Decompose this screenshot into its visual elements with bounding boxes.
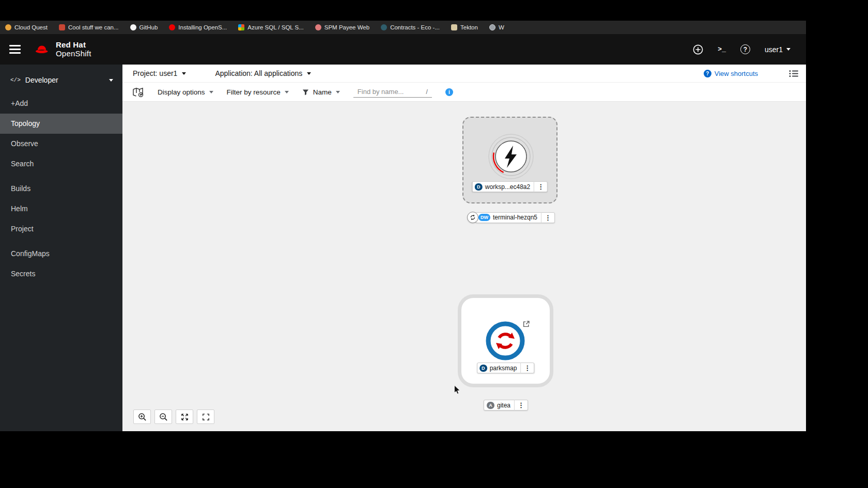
find-by-name-field: /: [353, 86, 432, 98]
workspace-node-name: worksp...ec48a2: [485, 183, 530, 191]
display-options-dropdown[interactable]: Display options: [158, 88, 213, 96]
web-terminal-icon[interactable]: >_: [718, 45, 726, 53]
brand-logo[interactable]: Red Hat OpenShift: [33, 41, 91, 58]
sidebar-item-secrets[interactable]: Secrets: [0, 264, 122, 284]
bookmark-installing-openshift[interactable]: Installing OpenS...: [169, 24, 227, 30]
sidebar-item-builds[interactable]: Builds: [0, 179, 122, 199]
sidebar-item-search[interactable]: Search: [0, 154, 122, 174]
bookmark-cloud-quest[interactable]: Cloud Quest: [5, 24, 48, 30]
zoom-out-icon: [159, 413, 168, 421]
sidebar-nav: </> Developer +Add Topology Observe Sear…: [0, 65, 122, 431]
mouse-cursor: [454, 385, 461, 397]
sidebar-item-topology[interactable]: Topology: [0, 114, 122, 134]
chevron-down-icon: [307, 72, 311, 75]
chevron-down-icon: [285, 91, 289, 93]
workspace-node-label-pill[interactable]: D worksp...ec48a2 ⋮: [472, 181, 548, 192]
terminal-workspace-pill[interactable]: DW terminal-hezqn5 ⋮: [467, 212, 555, 223]
sidebar-item-configmaps[interactable]: ConfigMaps: [0, 244, 122, 264]
workspace-node[interactable]: D worksp...ec48a2 ⋮: [462, 117, 557, 203]
sync-decorator-icon[interactable]: [467, 212, 478, 223]
parksmap-node-name: parksmap: [490, 365, 517, 372]
fullscreen-button[interactable]: [197, 410, 214, 424]
project-selector[interactable]: Project: user1: [133, 69, 186, 77]
kebab-menu-icon[interactable]: ⋮: [541, 212, 554, 223]
kebab-menu-icon[interactable]: ⋮: [520, 363, 534, 373]
chevron-down-icon: [109, 79, 113, 82]
view-shortcuts-label: View shortcuts: [715, 70, 758, 77]
folder-favicon: [59, 24, 65, 30]
bookmark-label: GitHub: [140, 24, 158, 30]
perspective-switcher[interactable]: </> Developer: [0, 71, 122, 89]
zoom-out-button[interactable]: [154, 410, 172, 424]
application-badge: A: [487, 402, 494, 409]
bookmark-azure-sql[interactable]: Azure SQL / SQL S...: [238, 24, 303, 30]
kebab-menu-icon[interactable]: ⋮: [534, 181, 547, 192]
brand-line1: Red Hat: [56, 41, 91, 50]
filter-by-resource-label: Filter by resource: [227, 88, 281, 96]
bookmark-github[interactable]: GitHub: [130, 24, 158, 30]
cloud-quest-favicon: [5, 24, 11, 30]
user-menu[interactable]: user1: [765, 45, 791, 54]
project-selector-label: Project: user1: [133, 69, 177, 77]
brand-line2: OpenShift: [56, 50, 91, 58]
view-shortcuts-link[interactable]: ? View shortcuts: [704, 70, 758, 77]
deployment-badge: D: [475, 183, 483, 191]
bookmark-spm-payee[interactable]: SPM Payee Web: [315, 24, 369, 30]
nav-menu-toggle-icon[interactable]: [9, 45, 21, 54]
bookmarks-bar: Cloud Quest Cool stuff we can... GitHub …: [0, 21, 806, 34]
external-link-icon[interactable]: [523, 320, 530, 329]
quick-create-icon[interactable]: [693, 44, 703, 55]
gitea-application-pill[interactable]: A gitea ⋮: [484, 400, 528, 411]
chevron-down-icon: [182, 72, 186, 75]
list-view-toggle-icon[interactable]: [789, 70, 799, 77]
redhat-fedora-icon: [33, 43, 51, 56]
parksmap-node-label-pill[interactable]: D parksmap ⋮: [477, 363, 535, 373]
globe-favicon: [489, 24, 495, 30]
fit-to-screen-icon: [180, 413, 189, 421]
filter-funnel-icon: [302, 89, 309, 96]
canvas-controls: [133, 410, 214, 424]
bookmark-w[interactable]: W: [489, 24, 504, 30]
find-by-name-input[interactable]: [358, 88, 415, 96]
sidebar-item-observe[interactable]: Observe: [0, 134, 122, 154]
parksmap-node[interactable]: D parksmap ⋮: [458, 294, 553, 387]
chevron-down-icon: [336, 91, 340, 93]
bookmark-label: Cool stuff we can...: [68, 24, 119, 30]
brand-text: Red Hat OpenShift: [56, 41, 91, 58]
bookmark-tekton[interactable]: Tekton: [451, 24, 478, 30]
bookmark-cool-stuff[interactable]: Cool stuff we can...: [59, 24, 119, 30]
devworkspace-badge: DW: [478, 214, 490, 221]
bookmark-label: W: [499, 24, 504, 30]
bookmark-contracts[interactable]: Contracts - Eco -...: [381, 24, 440, 30]
sidebar-item-project[interactable]: Project: [0, 219, 122, 239]
workspace-bolt-icon: [488, 133, 534, 180]
kebab-menu-icon[interactable]: ⋮: [514, 400, 528, 411]
help-icon[interactable]: ?: [740, 44, 750, 54]
browser-viewport: Cloud Quest Cool stuff we can... GitHub …: [0, 21, 806, 431]
application-selector[interactable]: Application: All applications: [215, 69, 311, 77]
spm-favicon: [315, 24, 321, 30]
deployment-badge: D: [479, 365, 487, 372]
topology-toolbar: Display options Filter by resource Name: [122, 83, 806, 102]
developer-code-icon: </>: [10, 77, 21, 83]
terminal-pill-body: DW terminal-hezqn5 ⋮: [475, 212, 555, 223]
gitea-pill-body: A gitea ⋮: [484, 400, 528, 411]
bookmark-label: Tekton: [460, 24, 478, 30]
screen: Cloud Quest Cool stuff we can... GitHub …: [0, 0, 868, 488]
fullscreen-icon: [202, 413, 210, 421]
help-glyph: ?: [740, 44, 750, 54]
zoom-in-button[interactable]: [133, 410, 151, 424]
perspective-label: Developer: [25, 76, 58, 84]
fit-to-screen-button[interactable]: [176, 410, 193, 424]
contracts-favicon: [381, 24, 387, 30]
add-to-project-icon[interactable]: [133, 87, 144, 97]
info-icon[interactable]: i: [445, 88, 453, 96]
gitea-node-name: gitea: [497, 402, 510, 409]
topology-canvas[interactable]: D worksp...ec48a2 ⋮ DW terminal-hezqn5: [122, 102, 806, 431]
filter-by-resource-dropdown[interactable]: Filter by resource: [227, 88, 289, 96]
sidebar-item-add[interactable]: +Add: [0, 93, 122, 114]
main-content: Project: user1 Application: All applicat…: [122, 65, 806, 431]
name-filter-dropdown[interactable]: Name: [302, 88, 340, 96]
question-circle-icon: ?: [704, 70, 711, 77]
sidebar-item-helm[interactable]: Helm: [0, 199, 122, 219]
